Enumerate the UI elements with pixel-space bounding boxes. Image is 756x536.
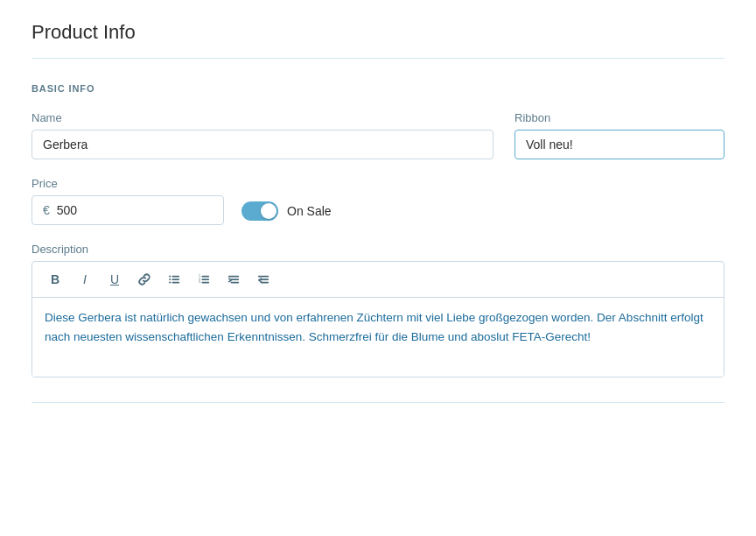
price-row: Price € On Sale [32, 177, 724, 225]
ordered-list-icon: 1. 2. 3. [198, 273, 210, 286]
toolbar-italic-button[interactable]: I [71, 267, 99, 292]
on-sale-group: On Sale [242, 201, 332, 221]
name-ribbon-row: Name Ribbon [32, 111, 724, 159]
toolbar-indent-left-button[interactable] [249, 267, 277, 292]
toolbar-ul-button[interactable] [160, 267, 188, 292]
on-sale-toggle[interactable] [242, 201, 278, 221]
link-icon [138, 273, 150, 286]
description-text: Diese Gerbera ist natürlich gewachsen un… [45, 311, 704, 343]
editor-toolbar: B I U [32, 262, 724, 298]
name-input[interactable] [32, 130, 494, 159]
toolbar-bold-button[interactable]: B [41, 267, 69, 292]
name-label: Name [32, 111, 494, 124]
indent-right-icon [228, 273, 240, 286]
name-field-group: Name [32, 111, 494, 159]
currency-symbol: € [43, 203, 50, 217]
ribbon-field-group: Ribbon [514, 111, 724, 159]
ribbon-label: Ribbon [514, 111, 724, 124]
svg-point-5 [169, 281, 171, 283]
price-field-group: Price € [32, 177, 224, 225]
basic-info-section-label: BASIC INFO [32, 83, 724, 94]
description-label: Description [32, 243, 724, 256]
toolbar-ol-button[interactable]: 1. 2. 3. [190, 267, 218, 292]
page-title: Product Info [32, 21, 724, 44]
toolbar-link-button[interactable] [130, 267, 158, 292]
page-container: Product Info BASIC INFO Name Ribbon Pric… [0, 0, 756, 434]
top-divider [32, 58, 724, 59]
on-sale-label: On Sale [287, 204, 332, 218]
svg-point-3 [169, 275, 171, 277]
description-section: Description B I U [32, 243, 724, 377]
description-editor[interactable]: Diese Gerbera ist natürlich gewachsen un… [32, 298, 724, 377]
price-label: Price [32, 177, 224, 190]
toolbar-underline-button[interactable]: U [101, 267, 129, 292]
svg-text:3.: 3. [199, 280, 201, 284]
bold-label: B [51, 272, 60, 286]
editor-container: B I U [32, 261, 724, 377]
price-input-wrapper: € [32, 195, 224, 225]
ribbon-input[interactable] [514, 130, 724, 159]
unordered-list-icon [168, 273, 180, 286]
italic-label: I [83, 272, 87, 286]
toolbar-indent-right-button[interactable] [220, 267, 248, 292]
bottom-divider [32, 402, 724, 403]
toggle-track [242, 201, 278, 221]
price-input[interactable] [57, 203, 213, 217]
svg-point-4 [169, 279, 171, 280]
indent-left-icon [257, 273, 270, 286]
toggle-thumb [261, 203, 276, 219]
underline-label: U [110, 272, 119, 286]
